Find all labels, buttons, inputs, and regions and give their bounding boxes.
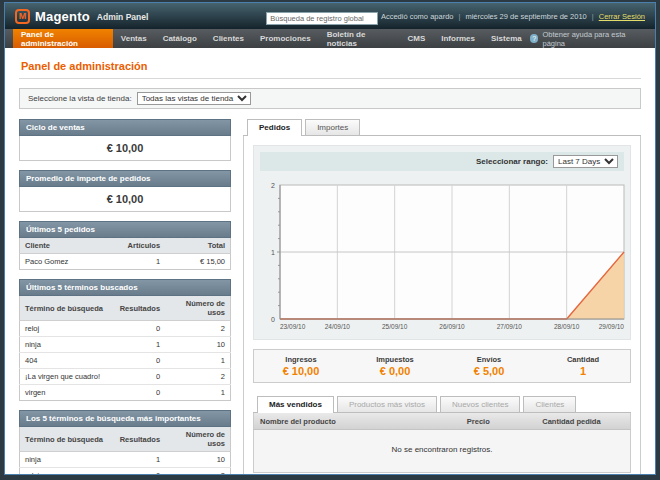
stat-label: Impuestos bbox=[348, 355, 442, 364]
nav-item-informes[interactable]: Informes bbox=[433, 29, 483, 48]
table-row: reloj02 bbox=[20, 321, 231, 337]
svg-text:1: 1 bbox=[271, 249, 275, 256]
table-row: reloj02 bbox=[20, 468, 231, 475]
column-header-art-culos: Artículos bbox=[108, 238, 165, 254]
nav-item-cat-logo[interactable]: Catálogo bbox=[155, 29, 205, 48]
store-view-label: Seleccione la vista de tienda: bbox=[28, 94, 132, 103]
table-row: ninja110 bbox=[20, 337, 231, 353]
table-cell: 0 bbox=[108, 321, 165, 337]
stat-value: € 0,00 bbox=[348, 365, 442, 377]
tab-importes[interactable]: Importes bbox=[305, 119, 360, 135]
table-cell: 0 bbox=[108, 468, 165, 475]
logo: M Magento Admin Panel bbox=[15, 9, 148, 24]
table-cell: 404 bbox=[20, 353, 109, 369]
table-cell: 0 bbox=[108, 353, 165, 369]
tab-productos-m-s-vistos: Productos más vistos bbox=[337, 396, 437, 412]
widget-title: Últimos 5 pedidos bbox=[19, 221, 231, 238]
header-user-info: Accedió como apardo miércoles 29 de sept… bbox=[381, 12, 645, 21]
svg-text:25/09/10: 25/09/10 bbox=[382, 323, 408, 330]
column-header-precio: Precio bbox=[461, 413, 536, 430]
table-cell: reloj bbox=[20, 321, 109, 337]
top-search-terms-table: Término de búsquedaResultadosNúmero de u… bbox=[19, 427, 231, 474]
stat-cantidad: Cantidad1 bbox=[536, 355, 630, 377]
svg-text:28/09/10: 28/09/10 bbox=[554, 323, 580, 330]
nav-item-panel-de-administraci-n[interactable]: Panel de administración bbox=[13, 29, 113, 48]
table-cell: 2 bbox=[165, 321, 230, 337]
stat-label: Cantidad bbox=[536, 355, 630, 364]
tab-m-s-vendidos[interactable]: Más vendidos bbox=[257, 396, 334, 413]
store-view-select[interactable]: Todas las vistas de tienda bbox=[137, 92, 251, 105]
column-header-total: Total bbox=[165, 238, 230, 254]
current-date: miércoles 29 de septiembre de 2010 bbox=[465, 12, 586, 21]
chart-block: Seleccionar rango: Last 7 Days 01223/09/… bbox=[253, 145, 631, 340]
table-row: Paco Gomez1€ 15,00 bbox=[20, 254, 231, 270]
tab-pedidos[interactable]: Pedidos bbox=[247, 119, 302, 136]
logo-text: Magento bbox=[35, 9, 90, 24]
widget-last-orders: Últimos 5 pedidos ClienteArtículosTotalP… bbox=[19, 221, 231, 270]
stat-ingresos: Ingresos€ 10,00 bbox=[254, 355, 348, 377]
nav-item-cms[interactable]: CMS bbox=[399, 29, 433, 48]
table-row: 40401 bbox=[20, 353, 231, 369]
table-row: ninja110 bbox=[20, 452, 231, 468]
table-cell: 10 bbox=[165, 452, 230, 468]
svg-text:2: 2 bbox=[271, 182, 275, 189]
range-label: Seleccionar rango: bbox=[476, 157, 548, 166]
nav-item-promociones[interactable]: Promociones bbox=[252, 29, 319, 48]
table-cell: ¡La virgen que cuadro! bbox=[20, 369, 109, 385]
page-title: Panel de administración bbox=[19, 56, 641, 78]
dashboard-panel: Seleccionar rango: Last 7 Days 01223/09/… bbox=[243, 136, 641, 474]
widget-title: Últimos 5 términos buscados bbox=[19, 279, 231, 296]
stat-value: € 5,00 bbox=[442, 365, 536, 377]
table-row: virgen01 bbox=[20, 385, 231, 401]
widget-title: Ciclo de ventas bbox=[19, 119, 231, 136]
nav-item-clientes[interactable]: Clientes bbox=[205, 29, 252, 48]
left-column: Ciclo de ventas € 10,00 Promedio de impo… bbox=[19, 119, 231, 474]
column-header-resultados: Resultados bbox=[108, 296, 165, 321]
column-header-t-rmino-de-b-squeda: Término de búsqueda bbox=[20, 296, 109, 321]
table-cell: 2 bbox=[165, 369, 230, 385]
help-icon bbox=[530, 34, 539, 43]
svg-text:23/09/10: 23/09/10 bbox=[280, 323, 306, 330]
table-cell: 1 bbox=[165, 353, 230, 369]
widget-title: Promedio de importe de pedidos bbox=[19, 170, 231, 187]
main-navbar: Panel de administraciónVentasCatálogoCli… bbox=[5, 29, 655, 48]
empty-records-message: No se encontraron registros. bbox=[254, 430, 631, 473]
table-row: ¡La virgen que cuadro!02 bbox=[20, 369, 231, 385]
column-header-cliente: Cliente bbox=[20, 238, 109, 254]
help-link[interactable]: Obtener ayuda para esta página bbox=[530, 29, 647, 48]
magento-admin-window: M Magento Admin Panel Accedió como apard… bbox=[5, 3, 655, 474]
column-header-n-mero-de-usos: Número de usos bbox=[165, 296, 230, 321]
title-divider bbox=[19, 78, 641, 79]
separator bbox=[458, 12, 460, 21]
logo-subtitle: Admin Panel bbox=[97, 12, 148, 22]
nav-item-sistema[interactable]: Sistema bbox=[483, 29, 530, 48]
table-cell: ninja bbox=[20, 337, 109, 353]
stat-label: Ingresos bbox=[254, 355, 348, 364]
table-cell: ninja bbox=[20, 452, 109, 468]
svg-text:29/09/10: 29/09/10 bbox=[599, 323, 625, 330]
widget-average-orders: Promedio de importe de pedidos € 10,00 bbox=[19, 170, 231, 212]
range-select[interactable]: Last 7 Days bbox=[553, 155, 618, 168]
nav-item-ventas[interactable]: Ventas bbox=[113, 29, 155, 48]
global-search bbox=[266, 7, 378, 25]
orders-amounts-tabs: PedidosImportes bbox=[243, 119, 641, 136]
logout-link[interactable]: Cerrar Sesión bbox=[599, 12, 645, 21]
global-search-input[interactable] bbox=[266, 12, 378, 25]
separator bbox=[592, 12, 594, 21]
widget-lifetime-sales: Ciclo de ventas € 10,00 bbox=[19, 119, 231, 161]
average-orders-value: € 10,00 bbox=[19, 187, 231, 212]
table-cell: 0 bbox=[108, 369, 165, 385]
last-search-terms-table: Término de búsquedaResultadosNúmero de u… bbox=[19, 296, 231, 401]
widget-last-search-terms: Últimos 5 términos buscados Término de b… bbox=[19, 279, 231, 401]
nav-item-bolet-n-de-noticias[interactable]: Boletín de noticias bbox=[319, 29, 400, 48]
svg-text:24/09/10: 24/09/10 bbox=[325, 323, 351, 330]
tab-clientes: Clientes bbox=[523, 396, 576, 412]
stat-label: Envíos bbox=[442, 355, 536, 364]
stat-impuestos: Impuestos€ 0,00 bbox=[348, 355, 442, 377]
header: M Magento Admin Panel Accedió como apard… bbox=[5, 3, 655, 29]
orders-line-chart: 01223/09/1024/09/1025/09/1026/09/1027/09… bbox=[260, 179, 632, 337]
table-cell: 2 bbox=[165, 468, 230, 475]
column-header-t-rmino-de-b-squeda: Término de búsqueda bbox=[20, 427, 109, 452]
svg-text:26/09/10: 26/09/10 bbox=[439, 323, 465, 330]
dashboard-main: Ciclo de ventas € 10,00 Promedio de impo… bbox=[19, 119, 641, 474]
